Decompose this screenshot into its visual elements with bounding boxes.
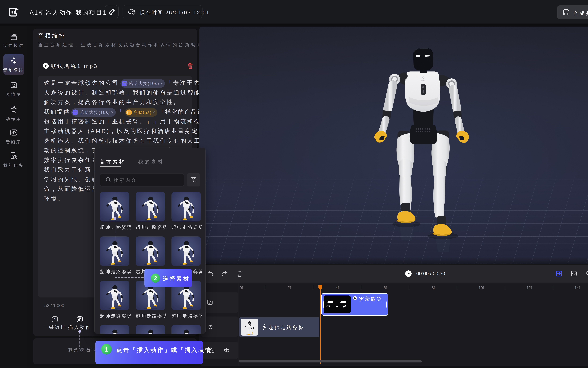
svg-text:AI: AI (53, 318, 56, 321)
